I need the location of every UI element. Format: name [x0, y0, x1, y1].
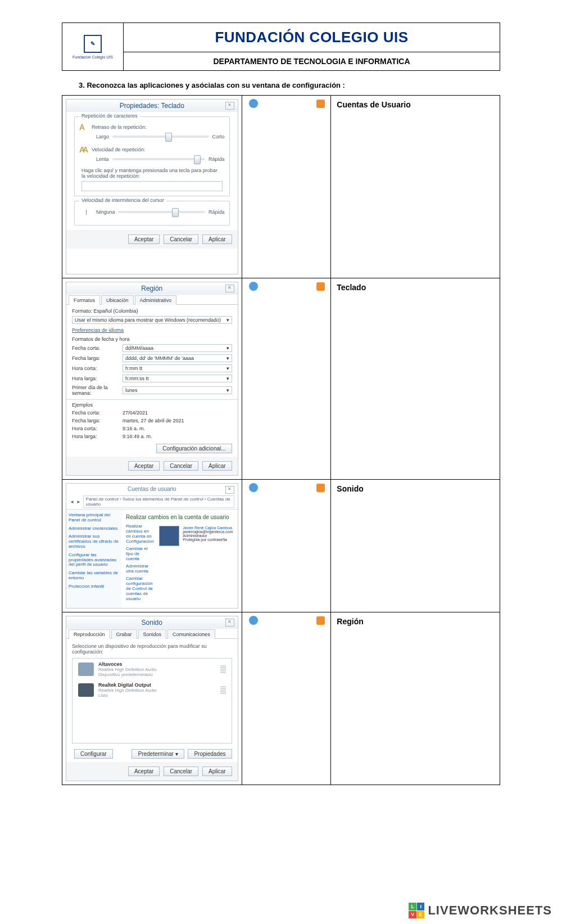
account-link[interactable]: Cambiar configuración de Control de cuen… — [126, 576, 153, 601]
school-logo: ✎ Fundación Colegio UIS — [62, 23, 124, 70]
window-sound: Sonido ✕ Reproducción Grabar Sonidos Com… — [66, 616, 238, 781]
apply-button[interactable]: Aplicar — [202, 235, 232, 244]
side-link[interactable]: Administrar sus certificados de cifrado … — [69, 534, 119, 549]
repeat-test-input[interactable] — [81, 181, 223, 191]
blink-slider[interactable]: | Ninguna Rápida — [85, 209, 225, 215]
tab-formatos[interactable]: Formatos — [69, 295, 100, 305]
set-default-button[interactable]: Predeterminar ▾ — [132, 749, 184, 759]
digital-icon — [78, 683, 94, 697]
long-time-dropdown[interactable]: h:mm:ss tt▾ — [123, 375, 232, 382]
properties-button[interactable]: Propiedades — [188, 749, 232, 759]
side-link[interactable]: Administrar credenciales — [69, 526, 119, 531]
answer-label: Teclado — [333, 281, 497, 294]
main-title: FUNDACIÓN COLEGIO UIS — [124, 23, 500, 52]
tab-playback[interactable]: Reproducción — [69, 629, 110, 639]
long-date-dropdown[interactable]: dddd, dd' de 'MMMM' de 'aaaa▾ — [123, 354, 232, 362]
apply-button[interactable]: Aplicar — [202, 461, 232, 471]
document-header: ✎ Fundación Colegio UIS FUNDACIÓN COLEGI… — [62, 22, 500, 71]
tab-administrativo[interactable]: Administrativo — [135, 295, 177, 305]
side-link[interactable]: Cambiar las variables de entorno — [69, 571, 119, 581]
match-target-dot[interactable] — [316, 484, 325, 492]
first-day-dropdown[interactable]: lunes▾ — [123, 386, 232, 394]
ok-button[interactable]: Aceptar — [128, 235, 160, 244]
cancel-button[interactable]: Cancelar — [164, 235, 198, 244]
window-region: Región ✕ Formatos Ubicación Administrati… — [66, 282, 238, 476]
window-teclado: Propiedades: Teclado ✕ Repetición de car… — [66, 99, 238, 274]
account-link[interactable]: Realizar cambios en mi cuenta en Configu… — [126, 524, 153, 544]
tab-sounds[interactable]: Sonidos — [138, 629, 167, 639]
avatar — [159, 526, 179, 546]
short-date-dropdown[interactable]: dd/MM/aaaa▾ — [123, 344, 232, 352]
nav-forward-icon[interactable]: ► — [76, 499, 81, 504]
match-source-dot[interactable] — [249, 282, 258, 291]
side-link[interactable]: Protección infantil — [69, 584, 119, 589]
short-time-dropdown[interactable]: h:mm tt▾ — [123, 364, 232, 372]
side-link[interactable]: Ventana principal del Panel de control — [69, 513, 119, 523]
close-icon[interactable]: ✕ — [225, 285, 234, 292]
tab-comm[interactable]: Comunicaciones — [167, 629, 215, 639]
tab-ubicacion[interactable]: Ubicación — [101, 295, 134, 305]
account-link[interactable]: Cambiar el tipo de cuenta — [126, 546, 153, 561]
match-source-dot[interactable] — [249, 99, 258, 108]
account-link[interactable]: Administrar otra cuenta — [126, 564, 153, 574]
language-prefs-link[interactable]: Preferencias de idioma — [66, 325, 238, 335]
speaker-icon — [78, 662, 94, 676]
question-text: 3. Reconozca las aplicaciones y asóciala… — [62, 71, 500, 95]
configure-button[interactable]: Configurar — [74, 749, 113, 759]
tab-record[interactable]: Grabar — [111, 629, 137, 639]
department-title: DEPARTAMENTO DE TECNOLOGIA E INFORMATICA — [124, 52, 500, 70]
answer-label: Sonido — [333, 482, 497, 495]
nav-back-icon[interactable]: ◄ — [70, 499, 74, 504]
cancel-button[interactable]: Cancelar — [164, 767, 198, 776]
match-target-dot[interactable] — [316, 282, 325, 291]
playback-device[interactable]: Altavoces Realtek High Definition Audio … — [72, 659, 232, 679]
match-source-dot[interactable] — [249, 483, 258, 492]
apply-button[interactable]: Aplicar — [202, 767, 232, 776]
window-user-accounts: Cuentas de usuario ✕ ◄ ► Panel de contro… — [66, 483, 238, 609]
match-target-dot[interactable] — [316, 100, 325, 108]
matching-table: Propiedades: Teclado ✕ Repetición de car… — [62, 95, 500, 785]
speed-slider[interactable]: Lenta Rápida — [96, 156, 225, 162]
close-icon[interactable]: ✕ — [225, 102, 234, 110]
side-link[interactable]: Configurar las propiedades avanzadas del… — [69, 553, 119, 567]
additional-config-button[interactable]: Configuración adicional... — [156, 444, 232, 453]
match-target-dot[interactable] — [316, 616, 325, 625]
close-icon[interactable]: ✕ — [225, 619, 234, 626]
answer-label: Región — [333, 615, 497, 628]
language-dropdown[interactable]: Usar el mismo idioma para mostrar que Wi… — [72, 316, 232, 324]
answer-label: Cuentas de Usuario — [333, 98, 497, 111]
close-icon[interactable]: ✕ — [225, 486, 234, 494]
match-source-dot[interactable] — [249, 616, 258, 625]
delay-slider[interactable]: Largo Corto — [96, 134, 225, 139]
playback-device[interactable]: Realtek Digital Output Realtek High Defi… — [72, 679, 232, 700]
ok-button[interactable]: Aceptar — [128, 461, 160, 471]
ok-button[interactable]: Aceptar — [128, 767, 160, 776]
cancel-button[interactable]: Cancelar — [164, 461, 198, 471]
